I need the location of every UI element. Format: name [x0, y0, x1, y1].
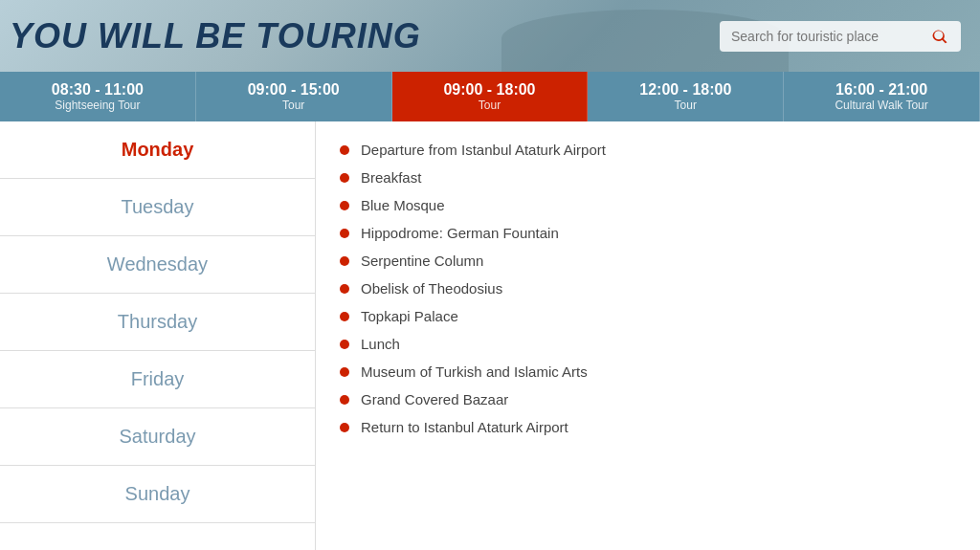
- tab1-label: Sightseeing Tour: [55, 99, 140, 112]
- activity-item: Departure from Istanbul Ataturk Airport: [340, 136, 956, 164]
- thursday-label: Thursday: [118, 311, 197, 333]
- search-box[interactable]: [720, 21, 961, 52]
- activity-text: Hippodrome: German Fountain: [361, 225, 559, 241]
- activity-dot: [340, 145, 349, 155]
- search-icon: [930, 27, 949, 46]
- tab2-time: 09:00 - 15:00: [248, 81, 340, 99]
- activity-text: Lunch: [361, 336, 400, 352]
- activity-text: Breakfast: [361, 169, 421, 186]
- activity-item: Museum of Turkish and Islamic Arts: [340, 358, 956, 385]
- activity-item: Blue Mosque: [340, 191, 956, 219]
- tab5-label: Cultural Walk Tour: [835, 99, 927, 112]
- tab-sightseeing[interactable]: 08:30 - 11:00 Sightseeing Tour: [0, 72, 196, 121]
- friday-label: Friday: [131, 368, 185, 390]
- page-title: YOU WILL BE TOURING: [10, 16, 421, 56]
- tab4-time: 12:00 - 18:00: [639, 81, 731, 99]
- tab-tour-3[interactable]: 09:00 - 18:00 Tour: [392, 72, 589, 121]
- activity-dot: [340, 229, 349, 238]
- activity-item: Obelisk of Theodosius: [340, 275, 956, 302]
- sidebar-item-saturday[interactable]: Saturday: [0, 408, 315, 466]
- sidebar-item-tuesday[interactable]: Tuesday: [0, 179, 315, 236]
- sidebar-item-thursday[interactable]: Thursday: [0, 294, 315, 351]
- activity-dot: [340, 312, 349, 321]
- tab1-time: 08:30 - 11:00: [52, 81, 144, 99]
- monday-label: Monday: [122, 139, 194, 161]
- header: YOU WILL BE TOURING: [0, 0, 980, 72]
- activity-dot: [340, 173, 349, 183]
- activity-text: Return to Istanbul Ataturk Airport: [361, 419, 568, 435]
- activity-dot: [340, 367, 349, 377]
- sidebar-item-friday[interactable]: Friday: [0, 351, 315, 408]
- activity-text: Departure from Istanbul Ataturk Airport: [361, 142, 606, 158]
- activity-dot: [340, 340, 349, 349]
- tab2-label: Tour: [282, 99, 304, 112]
- activity-item: Hippodrome: German Fountain: [340, 219, 956, 247]
- tab5-time: 16:00 - 21:00: [835, 81, 927, 99]
- sidebar-item-wednesday[interactable]: Wednesday: [0, 236, 315, 294]
- activity-dot: [340, 284, 349, 294]
- activity-item: Breakfast: [340, 164, 956, 191]
- main-content: Monday Tuesday Wednesday Thursday Friday…: [0, 121, 980, 550]
- activity-text: Grand Covered Bazaar: [361, 391, 508, 407]
- days-sidebar: Monday Tuesday Wednesday Thursday Friday…: [0, 121, 316, 550]
- activity-dot: [340, 395, 349, 405]
- sidebar-item-monday[interactable]: Monday: [0, 121, 315, 179]
- activity-text: Topkapi Palace: [361, 308, 458, 324]
- tab3-time: 09:00 - 18:00: [443, 81, 535, 99]
- activity-text: Obelisk of Theodosius: [361, 280, 502, 297]
- tour-tabs-nav: 08:30 - 11:00 Sightseeing Tour 09:00 - 1…: [0, 72, 980, 121]
- search-input[interactable]: [731, 29, 923, 44]
- tab4-label: Tour: [675, 99, 697, 112]
- activity-item: Return to Istanbul Ataturk Airport: [340, 413, 956, 441]
- activity-item: Serpentine Column: [340, 247, 956, 275]
- activity-item: Topkapi Palace: [340, 302, 956, 330]
- activity-item: Lunch: [340, 330, 956, 358]
- sidebar-item-sunday[interactable]: Sunday: [0, 466, 315, 523]
- tab-tour-4[interactable]: 12:00 - 18:00 Tour: [588, 72, 784, 121]
- tab-tour-2[interactable]: 09:00 - 15:00 Tour: [196, 72, 392, 121]
- wednesday-label: Wednesday: [107, 253, 208, 275]
- activity-dot: [340, 201, 349, 210]
- activities-panel: Departure from Istanbul Ataturk AirportB…: [316, 121, 980, 550]
- tab-cultural-walk[interactable]: 16:00 - 21:00 Cultural Walk Tour: [784, 72, 980, 121]
- activity-text: Museum of Turkish and Islamic Arts: [361, 363, 588, 380]
- activity-dot: [340, 423, 349, 432]
- sunday-label: Sunday: [125, 483, 190, 505]
- activity-text: Blue Mosque: [361, 197, 445, 213]
- tab3-label: Tour: [479, 99, 501, 112]
- activity-text: Serpentine Column: [361, 253, 483, 269]
- activity-item: Grand Covered Bazaar: [340, 385, 956, 413]
- tuesday-label: Tuesday: [122, 196, 194, 218]
- saturday-label: Saturday: [119, 426, 195, 448]
- activity-dot: [340, 256, 349, 266]
